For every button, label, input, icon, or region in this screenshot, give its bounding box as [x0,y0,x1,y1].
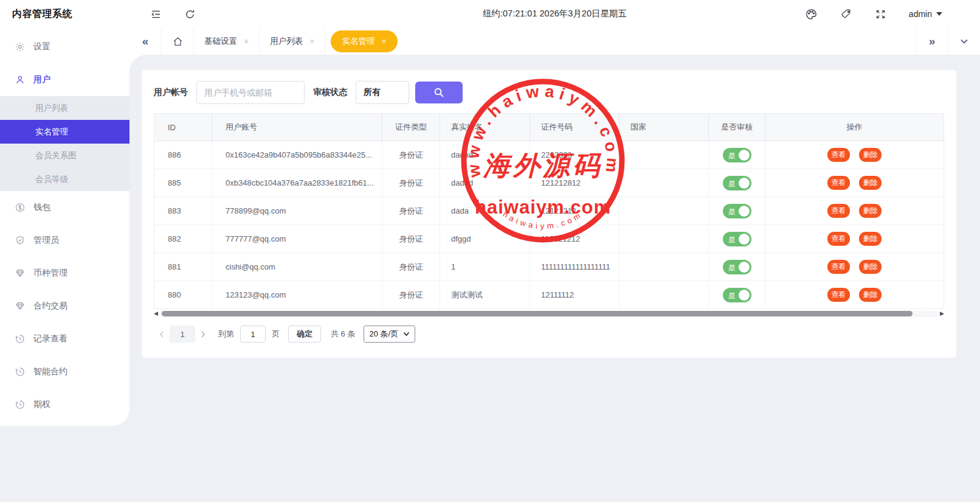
cell-actions: 查看 删除 [765,169,944,197]
cell-audited: 是 [709,225,765,253]
status-select[interactable]: 所有 [356,81,409,104]
audit-toggle[interactable]: 是 [723,232,751,246]
goto-page-input[interactable] [240,326,266,343]
fullscreen-icon[interactable] [875,9,886,20]
audit-toggle[interactable]: 是 [723,176,751,190]
wallet-icon [15,202,26,213]
refresh-icon[interactable] [184,9,196,20]
page-size-select[interactable]: 20 条/页 [364,326,415,343]
gem-icon [15,268,26,279]
next-page-button[interactable] [195,330,211,338]
close-icon[interactable]: × [244,37,249,46]
tab-basic-settings[interactable]: 基础设置 × [194,28,259,55]
toggle-knob [739,206,750,217]
delete-button[interactable]: 删除 [859,232,882,246]
delete-button[interactable]: 删除 [859,204,882,218]
tabs-scroll-right-button[interactable]: » [916,28,948,55]
clock-text: 纽约:07:21:01 2026年3月20日星期五 [483,8,627,19]
sidebar-item-coins[interactable]: 币种管理 [0,257,129,290]
delete-button[interactable]: 删除 [859,176,882,190]
home-tab-button[interactable] [162,28,193,55]
view-button[interactable]: 查看 [827,260,850,274]
home-icon [172,36,184,47]
realname-table: ID 用户账号 证件类型 真实姓名 证件号码 国家 是否审核 操作 886 0x… [154,113,944,309]
col-header-country: 国家 [619,114,709,141]
table-row: 883 778899@qq.com 身份证 dada 12121212 是 查看… [154,197,944,225]
chevron-down-icon [936,12,942,16]
sidebar: 内容管理系统 设置 用户 用户列表 实名管理 会员关系图 [0,0,129,426]
view-button[interactable]: 查看 [827,288,850,302]
prev-page-button[interactable] [154,330,170,338]
page-number-button[interactable]: 1 [170,326,195,343]
audit-toggle[interactable]: 是 [723,204,751,218]
history-icon [15,333,26,344]
menu-fold-icon[interactable] [150,9,162,20]
cell-cert-no: 121212812 [530,169,619,197]
cell-country [619,197,709,225]
view-button[interactable]: 查看 [827,148,850,162]
col-header-account: 用户账号 [212,114,382,141]
submenu-item-member-graph[interactable]: 会员关系图 [0,144,129,167]
submenu-item-user-list[interactable]: 用户列表 [0,96,129,120]
cell-actions: 查看 删除 [765,281,944,309]
sidebar-item-wallet[interactable]: 钱包 [0,191,129,224]
confirm-button[interactable]: 确定 [288,326,321,343]
goto-label: 到第 [218,329,234,340]
user-menu[interactable]: admin [909,9,942,19]
scrollbar-track[interactable] [160,310,938,317]
delete-button[interactable]: 删除 [859,288,882,302]
submenu-item-member-level[interactable]: 会员等级 [0,167,129,191]
submenu-item-realname[interactable]: 实名管理 [0,120,129,144]
sidebar-item-records[interactable]: 记录查看 [0,322,129,355]
scroll-left-arrow[interactable]: ◀ [154,310,160,317]
sidebar-item-settings[interactable]: 设置 [0,30,129,63]
sidebar-item-admins[interactable]: 管理员 [0,224,129,257]
audit-toggle[interactable]: 是 [723,148,751,162]
audit-toggle[interactable]: 是 [723,260,751,274]
close-icon[interactable]: × [309,37,314,46]
main-content: 用户帐号 审核状态 所有 ID 用户账号 证件类型 [129,55,980,502]
total-count-label: 共 6 条 [331,329,355,340]
audit-toggle[interactable]: 是 [723,288,751,302]
sidebar-item-options[interactable]: 期权 [0,388,129,421]
close-icon[interactable]: × [381,37,386,46]
account-input[interactable] [196,81,305,104]
sidebar-item-contract-trade[interactable]: 合约交易 [0,290,129,322]
toggle-knob [739,262,750,273]
scroll-right-arrow[interactable]: ▶ [938,310,944,317]
tab-user-list[interactable]: 用户列表 × [260,28,325,55]
scrollbar-thumb[interactable] [162,311,913,316]
cell-cert-type: 身份证 [382,253,440,281]
tabs-scroll-left-button[interactable]: « [129,28,161,55]
cell-country [619,141,709,169]
cell-audited: 是 [709,281,765,309]
cell-cert-no: 12121212 [530,197,619,225]
cell-audited: 是 [709,141,765,169]
tag-icon[interactable] [840,8,852,20]
view-button[interactable]: 查看 [827,232,850,246]
toggle-knob [739,178,750,189]
search-button[interactable] [415,82,463,103]
view-button[interactable]: 查看 [827,204,850,218]
delete-button[interactable]: 删除 [859,148,882,162]
divider [325,28,325,55]
user-icon [15,74,26,85]
delete-button[interactable]: 删除 [859,260,882,274]
cell-id: 880 [154,281,212,309]
cell-country [619,253,709,281]
cell-account: cishi@qq.com [212,253,382,281]
view-button[interactable]: 查看 [827,176,850,190]
tabs-menu-button[interactable] [948,28,980,55]
gear-icon [15,41,26,52]
sidebar-item-label: 期权 [33,399,50,410]
sidebar-item-users[interactable]: 用户 [0,63,129,96]
users-submenu: 用户列表 实名管理 会员关系图 会员等级 [0,96,129,191]
theme-palette-icon[interactable] [805,8,818,21]
table-row: 881 cishi@qq.com 身份证 1 11111111111111111… [154,253,944,281]
cell-cert-no: 112121212 [530,225,619,253]
cell-cert-type: 身份证 [382,225,440,253]
tab-realname-active[interactable]: 实名管理 × [331,30,397,52]
cell-account: 778899@qq.com [212,197,382,225]
col-header-actions: 操作 [765,114,944,141]
sidebar-item-smart-contract[interactable]: 智能合约 [0,355,129,388]
